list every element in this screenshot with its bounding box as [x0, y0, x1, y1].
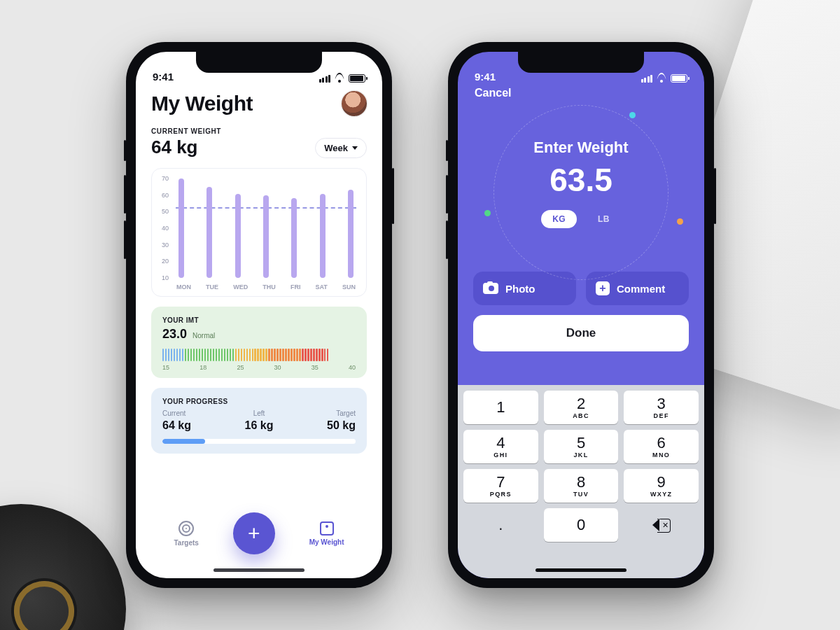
chart-y-axis: 70605040302010: [162, 178, 169, 290]
key-label: 7: [496, 475, 505, 490]
chart-bar: [291, 198, 297, 278]
avatar[interactable]: [342, 91, 367, 116]
notch: [196, 52, 322, 73]
camera-icon: [483, 283, 498, 294]
key-6[interactable]: 6MNO: [624, 430, 699, 463]
signal-icon: [319, 75, 331, 83]
progress-card: YOUR PROGRESS Current64 kg Left16 kg Tar…: [151, 388, 367, 454]
battery-icon: [671, 74, 687, 83]
key-label: 3: [657, 396, 666, 412]
key-sublabel: GHI: [493, 451, 507, 458]
page-title: My Weight: [151, 92, 253, 115]
tab-targets-label: Targets: [174, 539, 198, 547]
chart-bars: [176, 178, 356, 278]
chart-plot: MONTUEWEDTHUFRISATSUN: [176, 178, 356, 290]
key-2[interactable]: 2ABC: [544, 391, 619, 424]
tab-targets[interactable]: Targets: [174, 521, 198, 547]
key-5[interactable]: 5JKL: [544, 430, 619, 463]
chart-bar: [206, 187, 212, 278]
imt-scale-labels: 151825303540: [162, 364, 356, 371]
key-sublabel: WXYZ: [650, 491, 673, 498]
key-sublabel: DEF: [654, 412, 669, 419]
key-label: 6: [657, 435, 666, 451]
current-weight-value: 64 kg: [151, 136, 221, 158]
dial-dot: [484, 210, 491, 216]
dial-dot: [677, 218, 683, 225]
imt-label: YOUR IMT: [162, 316, 356, 324]
status-time: 9:41: [475, 71, 496, 83]
add-button[interactable]: +: [233, 512, 275, 554]
key-9[interactable]: 9WXYZ: [624, 469, 699, 503]
tab-bar: Targets + My Weight: [136, 512, 382, 554]
cancel-button[interactable]: Cancel: [458, 84, 704, 99]
chart-bar: [263, 195, 269, 278]
dial-dot: [629, 112, 636, 118]
key-label: .: [498, 517, 503, 533]
chart-bar: [320, 194, 326, 278]
progress-left-value: 16 kg: [245, 419, 274, 432]
weight-dial: Enter Weight 63.5 KG LB: [458, 99, 704, 267]
key-4[interactable]: 4GHI: [463, 430, 538, 463]
plus-icon: +: [248, 522, 260, 545]
key-dot[interactable]: .: [463, 508, 538, 542]
progress-current-label: Current: [162, 410, 191, 417]
imt-status: Normal: [192, 332, 215, 340]
key-1[interactable]: 1: [463, 391, 538, 424]
battery-icon: [349, 74, 365, 83]
range-selector-label: Week: [324, 143, 348, 153]
dial-ring: [493, 105, 668, 280]
progress-left-label: Left: [245, 410, 274, 417]
key-label: 8: [577, 475, 585, 490]
key-0[interactable]: 0: [544, 508, 619, 542]
chart-bar: [235, 194, 241, 278]
wifi-icon: [656, 74, 667, 83]
progress-target-label: Target: [327, 410, 356, 417]
chevron-down-icon: [352, 146, 358, 150]
backspace-icon: ✕: [652, 519, 671, 531]
status-time: 9:41: [153, 71, 174, 83]
key-sublabel: MNO: [652, 451, 670, 458]
wifi-icon: [334, 74, 345, 83]
phone-right: 9:41 Cancel Enter Weight 63.5 KG LB Ph: [448, 42, 714, 588]
tab-my-weight-label: My Weight: [309, 538, 344, 546]
photo-button-label: Photo: [505, 283, 536, 295]
home-indicator[interactable]: [214, 568, 304, 572]
imt-value: 23.0: [162, 327, 187, 342]
imt-card: YOUR IMT 23.0 Normal 151825303540: [151, 307, 367, 378]
comment-button-label: Comment: [617, 283, 665, 295]
key-label: 1: [496, 400, 505, 415]
imt-scale-bars: [162, 347, 356, 361]
key-label: 2: [577, 396, 585, 412]
key-sublabel: JKL: [573, 451, 588, 458]
progress-label: YOUR PROGRESS: [162, 398, 356, 405]
chart-bar: [348, 190, 354, 278]
key-3[interactable]: 3DEF: [624, 391, 699, 424]
key-sublabel: ABC: [573, 412, 589, 419]
key-backspace[interactable]: ✕: [624, 508, 699, 542]
progress-target-value: 50 kg: [327, 419, 356, 432]
signal-icon: [641, 75, 653, 83]
progress-bar: [162, 439, 356, 444]
key-7[interactable]: 7PQRS: [463, 469, 538, 503]
home-indicator[interactable]: [536, 568, 626, 572]
done-button[interactable]: Done: [473, 315, 689, 351]
notch: [518, 52, 644, 73]
key-sublabel: TUV: [573, 491, 589, 498]
numeric-keypad: 12ABC3DEF 4GHI5JKL6MNO 7PQRS8TUV9WXYZ . …: [458, 385, 704, 578]
scale-icon: [320, 522, 334, 536]
current-weight-label: CURRENT WEIGHT: [151, 127, 221, 135]
key-label: 9: [657, 475, 666, 490]
add-comment-icon: +: [596, 281, 610, 295]
key-label: 5: [577, 435, 585, 451]
target-icon: [178, 521, 194, 536]
weight-chart-card: 70605040302010 MONTUEWEDTHUFRISATSUN: [151, 168, 367, 297]
key-sublabel: PQRS: [490, 491, 512, 498]
key-label: 4: [496, 435, 505, 451]
progress-current-value: 64 kg: [162, 419, 191, 432]
tab-my-weight[interactable]: My Weight: [309, 522, 344, 546]
chart-x-axis: MONTUEWEDTHUFRISATSUN: [176, 284, 356, 290]
phone-left: 9:41 My Weight CURRENT WEIGHT 64 kg Week: [126, 42, 392, 588]
chart-bar: [178, 178, 184, 278]
key-8[interactable]: 8TUV: [544, 469, 619, 503]
range-selector[interactable]: Week: [315, 138, 367, 158]
